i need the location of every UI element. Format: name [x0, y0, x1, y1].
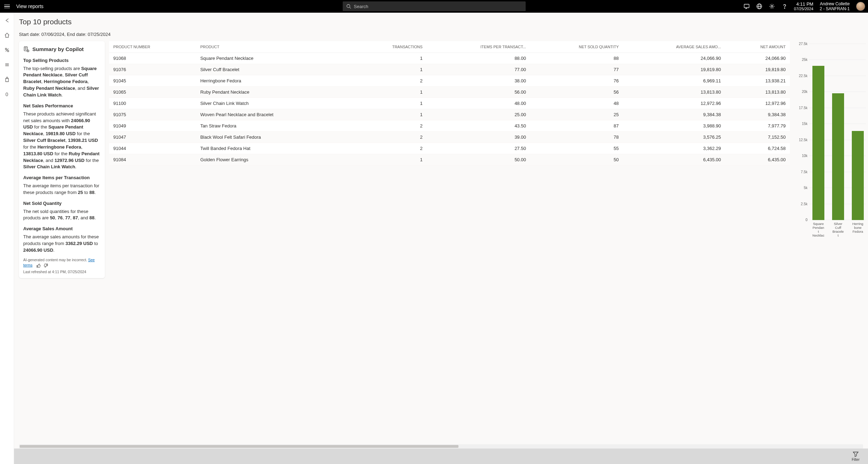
products-table: PRODUCT NUMBER PRODUCT TRANSACTIONS ITEM… [109, 41, 790, 165]
bag-icon[interactable] [4, 76, 11, 83]
horizontal-scrollbar[interactable] [19, 444, 863, 449]
cell-product: Ruby Pendant Necklace [196, 87, 353, 98]
cell-product-number: 91084 [109, 154, 196, 165]
chart-x-label: Herringbone Fedora [852, 222, 864, 238]
list-icon[interactable] [4, 61, 11, 68]
table-row[interactable]: 91065Ruby Pendant Necklace156.005613,813… [109, 87, 790, 98]
horizontal-scrollbar-thumb[interactable] [20, 445, 458, 448]
chart-ytick-label: 25k [796, 58, 807, 62]
section-top-selling-body: The top-selling products are Square Pend… [23, 65, 101, 99]
chart-ytick-label: 0 [796, 218, 807, 222]
cell-net-sold-quantity: 56 [530, 87, 623, 98]
section-avg-items-body: The average items per transaction for th… [23, 183, 101, 196]
col-average-sales-amount[interactable]: AVERAGE SALES AMO... [623, 41, 725, 53]
chart-ytick-label: 2.5k [796, 202, 807, 206]
chart-ytick-label: 27.5k [796, 42, 807, 46]
user-block[interactable]: Andrew Collette 2 - SANFRAN-1 [820, 1, 850, 12]
col-items-per-transaction[interactable]: ITEMS PER TRANSACT... [427, 41, 530, 53]
cell-average-sales-amount: 19,819.80 [623, 64, 725, 75]
table-row[interactable]: 91068Square Pendant Necklace188.008824,0… [109, 53, 790, 64]
cell-transactions: 1 [353, 53, 427, 64]
topbar-right: 4:11 PM 07/25/2024 Andrew Collette 2 - S… [743, 1, 865, 12]
svg-point-6 [771, 6, 773, 7]
cell-average-sales-amount: 13,813.80 [623, 87, 725, 98]
col-product-number[interactable]: PRODUCT NUMBER [109, 41, 196, 53]
cell-net-amount: 13,938.21 [725, 75, 790, 87]
col-net-amount[interactable]: NET AMOUNT [725, 41, 790, 53]
chart-ytick-label: 17.5k [796, 106, 807, 110]
cell-product-number: 91068 [109, 53, 196, 64]
chart-bar[interactable] [832, 93, 844, 220]
table-row[interactable]: 91075Woven Pearl Necklace and Bracelet12… [109, 109, 790, 120]
globe-icon[interactable] [756, 3, 762, 10]
report-title: Top 10 products [19, 18, 863, 26]
chart-ytick-label: 10k [796, 154, 807, 158]
filter-button[interactable]: Filter [852, 451, 860, 462]
page-header: Top 10 products Start date: 07/06/2024, … [14, 13, 868, 39]
cell-net-sold-quantity: 87 [530, 120, 623, 132]
cell-transactions: 1 [353, 109, 427, 120]
help-icon[interactable] [781, 3, 788, 10]
svg-point-7 [784, 8, 785, 8]
table-row[interactable]: 91100Silver Chain Link Watch148.004812,9… [109, 98, 790, 109]
table-row[interactable]: 91047Black Wool Felt Safari Fedora239.00… [109, 132, 790, 143]
table-row[interactable]: 91076Silver Cuff Bracelet177.007719,819.… [109, 64, 790, 75]
page-title: View reports [16, 4, 44, 9]
table-row[interactable]: 91049Tan Straw Fedora243.50873,988.907,9… [109, 120, 790, 132]
cell-items-per-transaction: 27.50 [427, 143, 530, 154]
svg-point-8 [5, 48, 7, 50]
chat-icon[interactable] [743, 3, 750, 10]
home-icon[interactable] [4, 32, 11, 39]
percent-icon[interactable] [4, 46, 11, 54]
table-row[interactable]: 91044Twill Banded Fedora Hat227.50553,36… [109, 143, 790, 154]
hamburger-menu-button[interactable] [3, 2, 11, 11]
col-transactions[interactable]: TRANSACTIONS [353, 41, 427, 53]
date-range: Start date: 07/06/2024, End date: 07/25/… [19, 32, 863, 37]
col-product[interactable]: PRODUCT [196, 41, 353, 53]
cell-net-sold-quantity: 88 [530, 53, 623, 64]
cell-items-per-transaction: 38.00 [427, 75, 530, 87]
cell-items-per-transaction: 48.00 [427, 98, 530, 109]
cell-product-number: 91075 [109, 109, 196, 120]
cell-transactions: 2 [353, 75, 427, 87]
topbar: View reports Search 4:11 PM 07/25/2024 A… [0, 0, 868, 13]
cell-transactions: 1 [353, 64, 427, 75]
chart-ytick-label: 22.5k [796, 74, 807, 78]
cell-average-sales-amount: 6,435.00 [623, 154, 725, 165]
cell-items-per-transaction: 39.00 [427, 132, 530, 143]
search-placeholder: Search [354, 4, 368, 9]
last-refreshed: Last refreshed at 4:11 PM, 07/25/2024 [23, 269, 101, 275]
search-input[interactable]: Search [343, 1, 526, 11]
chart-bar[interactable] [812, 66, 824, 220]
cell-net-amount: 9,384.38 [725, 109, 790, 120]
cell-items-per-transaction: 77.00 [427, 64, 530, 75]
copilot-icon [23, 46, 30, 52]
avatar[interactable] [856, 2, 865, 11]
cell-net-amount: 7,977.79 [725, 120, 790, 132]
table-row[interactable]: 91045Herringbone Fedora238.00766,969.111… [109, 75, 790, 87]
chart-ytick-label: 20k [796, 90, 807, 94]
cell-transactions: 1 [353, 154, 427, 165]
back-icon[interactable] [4, 17, 11, 24]
section-avg-items-heading: Average Items per Transaction [23, 175, 101, 181]
svg-line-10 [6, 49, 8, 51]
section-net-sales-body: These products achieved significant net … [23, 111, 101, 171]
thumbs-up-icon[interactable] [36, 263, 41, 268]
chart-bar[interactable] [852, 131, 864, 220]
cell-product-number: 91044 [109, 143, 196, 154]
badge-count[interactable]: 0 [4, 91, 11, 98]
col-net-sold-quantity[interactable]: NET SOLD QUANTITY [530, 41, 623, 53]
cell-product: Herringbone Fedora [196, 75, 353, 87]
cell-net-sold-quantity: 55 [530, 143, 623, 154]
thumbs-down-icon[interactable] [44, 263, 48, 268]
cell-net-amount: 24,066.90 [725, 53, 790, 64]
svg-line-1 [349, 7, 351, 9]
user-sub: 2 - SANFRAN-1 [820, 6, 850, 11]
cell-items-per-transaction: 88.00 [427, 53, 530, 64]
cell-items-per-transaction: 25.00 [427, 109, 530, 120]
table-row[interactable]: 91084Golden Flower Earrings150.00506,435… [109, 154, 790, 165]
chart-ytick-label: 7.5k [796, 170, 807, 174]
footer-bar: Filter [14, 449, 868, 464]
gear-icon[interactable] [769, 3, 775, 10]
cell-net-sold-quantity: 25 [530, 109, 623, 120]
